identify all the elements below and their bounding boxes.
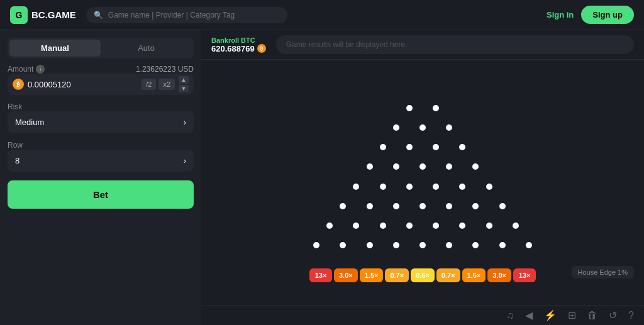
btc-icon: ₿ <box>13 79 24 90</box>
bucket: 13× <box>513 268 536 282</box>
peg <box>472 163 479 170</box>
mode-tabs: Manual Auto <box>8 38 194 58</box>
bucket: 3.0× <box>334 268 358 282</box>
stepper-down[interactable]: ▼ <box>179 85 189 92</box>
refresh-icon[interactable]: ↺ <box>609 309 617 321</box>
buckets-row: 13×3.0×1.5×0.7×0.6×0.7×1.5×3.0×13× <box>309 268 536 282</box>
help-icon[interactable]: ? <box>628 310 634 321</box>
peg <box>499 203 506 209</box>
bucket: 0.7× <box>385 268 409 282</box>
double-button[interactable]: x2 <box>158 79 175 90</box>
stepper-up[interactable]: ▲ <box>179 76 189 84</box>
peg <box>367 163 373 170</box>
peg <box>433 105 439 111</box>
left-panel: Manual Auto Amount i 1.23626223 USD ₿ /2… <box>0 30 201 325</box>
amount-row: Amount i 1.23626223 USD <box>8 65 194 74</box>
logo-text: BC.GAME <box>31 9 76 20</box>
amount-input[interactable] <box>28 80 138 89</box>
amount-info-icon: i <box>36 65 45 74</box>
peg <box>380 144 386 150</box>
bankroll-box: Bankroll BTC 620.688769 ₿ <box>211 36 266 53</box>
peg <box>472 203 479 209</box>
bankroll-btc-icon: ₿ <box>257 44 266 53</box>
bucket: 0.7× <box>436 268 460 282</box>
peg <box>406 184 413 190</box>
risk-dropdown[interactable]: Medium › <box>8 111 194 133</box>
sound-icon[interactable]: ◀ <box>525 309 533 321</box>
peg <box>419 124 426 131</box>
trash-icon[interactable]: 🗑 <box>587 310 597 321</box>
peg <box>326 223 333 229</box>
pegs-container <box>303 89 542 265</box>
amount-label: Amount i <box>8 65 45 74</box>
tab-manual[interactable]: Manual <box>9 40 101 57</box>
peg <box>367 203 373 209</box>
peg <box>380 184 386 190</box>
peg <box>393 124 399 131</box>
amount-stepper[interactable]: ▲ ▼ <box>179 76 189 92</box>
bucket: 1.5× <box>360 268 384 282</box>
peg <box>393 203 399 209</box>
peg <box>419 163 426 170</box>
bankroll-label: Bankroll BTC <box>211 36 266 44</box>
row-label: Row <box>8 141 194 150</box>
peg <box>406 105 413 111</box>
multiplier-btns: /2 x2 <box>142 79 175 90</box>
bucket: 13× <box>309 268 332 282</box>
house-edge-text: House Edge 1% <box>578 268 628 276</box>
logo: G BC.GAME <box>10 6 76 24</box>
peg <box>433 144 439 150</box>
search-input[interactable] <box>108 11 280 19</box>
peg <box>446 242 452 248</box>
peg <box>313 242 319 248</box>
amount-input-row: ₿ /2 x2 ▲ ▼ <box>8 74 194 95</box>
house-edge-badge: House Edge 1% <box>572 266 635 278</box>
logo-icon: G <box>10 6 28 24</box>
row-chevron-icon: › <box>184 156 186 165</box>
grid-icon[interactable]: ⊞ <box>568 309 576 321</box>
peg <box>526 242 532 248</box>
peg <box>406 223 413 229</box>
risk-value: Medium <box>15 118 44 127</box>
peg <box>459 223 465 229</box>
peg <box>486 223 492 229</box>
bottom-bar: ♫◀⚡⊞🗑↺? <box>201 305 644 325</box>
risk-label: Risk <box>8 102 194 111</box>
peg <box>340 203 346 209</box>
search-icon: 🔍 <box>94 11 103 19</box>
bet-button[interactable]: Bet <box>8 180 194 209</box>
lightning-icon[interactable]: ⚡ <box>544 309 557 321</box>
tab-auto[interactable]: Auto <box>101 40 192 57</box>
peg <box>419 242 426 248</box>
search-bar[interactable]: 🔍 <box>86 7 287 23</box>
peg <box>446 203 452 209</box>
peg <box>380 223 386 229</box>
peg <box>353 223 359 229</box>
signup-button[interactable]: Sign up <box>581 6 634 24</box>
bucket: 0.6× <box>411 268 435 282</box>
signin-button[interactable]: Sign in <box>547 10 574 19</box>
results-placeholder: Game results will be displayed here. <box>286 40 408 49</box>
game-header: Bankroll BTC 620.688769 ₿ Game results w… <box>201 30 644 60</box>
results-bar: Game results will be displayed here. <box>276 35 634 54</box>
peg <box>406 144 413 150</box>
half-button[interactable]: /2 <box>142 79 156 90</box>
row-value: 8 <box>15 156 19 165</box>
peg <box>486 184 492 190</box>
peg <box>459 144 465 150</box>
bottom-icons: ♫◀⚡⊞🗑↺? <box>506 309 634 321</box>
main-content: Manual Auto Amount i 1.23626223 USD ₿ /2… <box>0 30 644 325</box>
peg <box>419 203 426 209</box>
row-dropdown[interactable]: 8 › <box>8 150 194 172</box>
peg <box>393 242 399 248</box>
bankroll-value: 620.688769 ₿ <box>211 44 266 53</box>
peg <box>446 163 452 170</box>
amount-usd: 1.23626223 USD <box>136 65 194 74</box>
peg <box>459 184 465 190</box>
music-icon[interactable]: ♫ <box>506 310 514 321</box>
bucket: 1.5× <box>462 268 486 282</box>
peg <box>393 163 399 170</box>
game-area: Bankroll BTC 620.688769 ₿ Game results w… <box>201 30 644 325</box>
risk-chevron-icon: › <box>184 118 186 127</box>
peg <box>353 184 359 190</box>
